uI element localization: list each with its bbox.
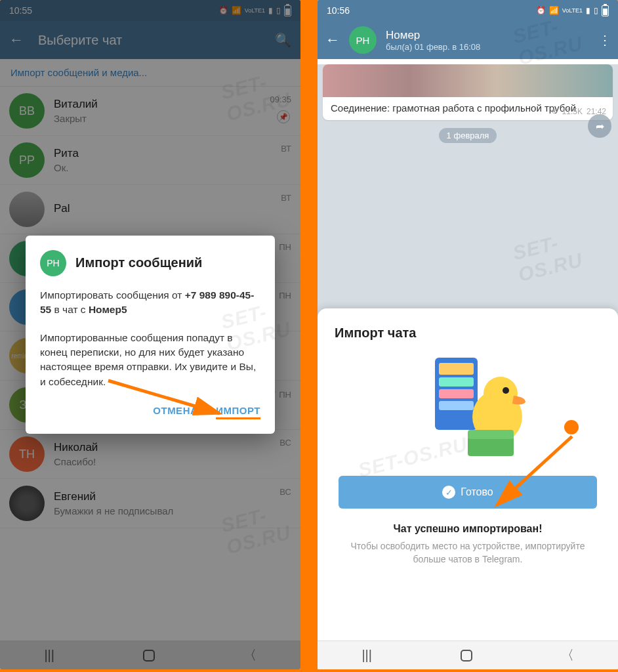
signal-icon: ▮: [586, 6, 590, 15]
hint-text: Чтобы освободить место на устройстве, им…: [335, 540, 601, 566]
back-nav-icon[interactable]: 〈: [561, 646, 574, 664]
alarm-icon: ⏰: [536, 6, 546, 15]
cancel-button[interactable]: ОТМЕНА: [153, 405, 197, 419]
status-icons: ⏰📶VoLTE1▮▯: [536, 5, 609, 16]
chat-info[interactable]: Номер был(а) 01 февр. в 16:08: [386, 29, 589, 52]
dialog-text-1: Импортировать сообщения от +7 989 890-45…: [40, 288, 260, 318]
left-screenshot: 10:55 ⏰📶VoLTE1▮▯ ← Выберите чат 🔍 Импорт…: [0, 0, 300, 669]
battery-icon: [602, 5, 609, 16]
avatar[interactable]: РН: [349, 26, 377, 54]
svg-rect-9: [468, 436, 514, 456]
forward-button[interactable]: ➦: [588, 114, 611, 138]
card-text: Соединение: грамотная работа с профильно…: [323, 97, 613, 120]
card-image: [323, 64, 613, 97]
svg-rect-2: [439, 363, 474, 375]
more-icon[interactable]: ⋮: [598, 32, 610, 48]
sheet-title: Импорт чата: [335, 326, 601, 341]
back-icon[interactable]: ←: [325, 32, 340, 49]
eye-icon: 👁: [550, 107, 558, 116]
status-time: 10:56: [327, 5, 350, 16]
dialog-title: Импорт сообщений: [75, 255, 202, 270]
svg-rect-4: [439, 389, 474, 398]
signal-icon: ▯: [594, 6, 598, 15]
sticker-duck: [402, 351, 533, 463]
date-chip: 1 февраля: [439, 128, 497, 143]
home-icon[interactable]: [461, 650, 472, 662]
dialog-text-2: Импортированные сообщения попадут в коне…: [40, 331, 260, 390]
message-card[interactable]: Соединение: грамотная работа с профильно…: [323, 64, 613, 120]
svg-point-8: [503, 387, 509, 394]
svg-rect-3: [439, 377, 474, 387]
android-nav-bar: ||| 〈: [318, 640, 618, 669]
svg-point-7: [484, 377, 518, 411]
annotation-dot: [564, 420, 579, 434]
done-label: Готово: [461, 486, 493, 498]
success-text: Чат успешно импортирован!: [335, 523, 601, 535]
chat-header: ← РН Номер был(а) 01 февр. в 16:08 ⋮: [318, 21, 618, 59]
modal-overlay: РН Импорт сообщений Импортировать сообще…: [0, 0, 300, 669]
svg-rect-5: [439, 401, 474, 410]
import-success-sheet: Импорт чата ✓ Готово Чат успешно импорти…: [318, 308, 618, 640]
chat-name: Номер: [386, 29, 589, 42]
done-button[interactable]: ✓ Готово: [339, 476, 597, 509]
svg-rect-10: [468, 430, 514, 439]
import-button[interactable]: ИМПОРТ: [216, 405, 260, 419]
import-dialog: РН Импорт сообщений Импортировать сообще…: [26, 236, 275, 434]
check-icon: ✓: [442, 486, 455, 499]
wifi-icon: 📶: [549, 6, 559, 15]
right-screenshot: 10:56 ⏰📶VoLTE1▮▯ ← РН Номер был(а) 01 фе…: [318, 0, 618, 669]
status-bar: 10:56 ⏰📶VoLTE1▮▯: [318, 0, 618, 21]
chat-status: был(а) 01 февр. в 16:08: [386, 42, 589, 52]
dialog-avatar: РН: [40, 250, 66, 276]
recents-icon[interactable]: |||: [361, 648, 372, 663]
volte-icon: VoLTE1: [562, 7, 583, 14]
